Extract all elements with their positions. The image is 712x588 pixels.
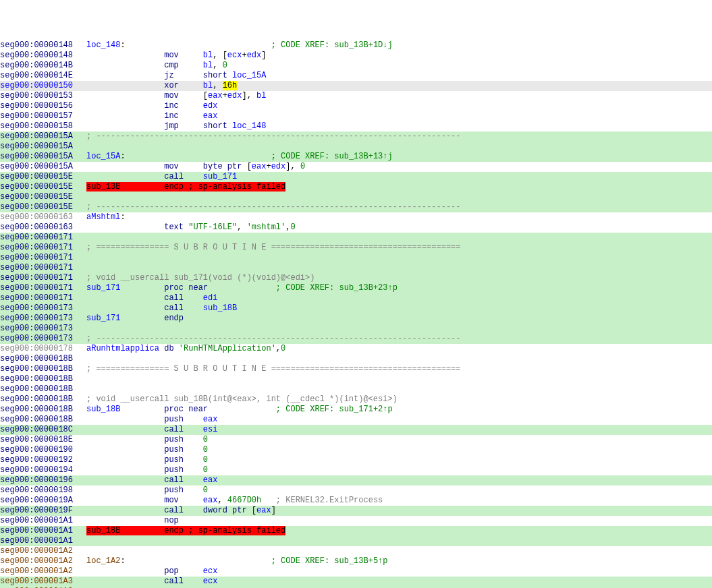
instruction-content: loc_1A2: ; CODE XREF: sub_13B+5↑p	[86, 556, 712, 566]
code-token: +	[242, 51, 246, 60]
code-token	[86, 71, 164, 80]
disassembly-line[interactable]: seg000:000001A1	[0, 536, 712, 546]
disassembly-line[interactable]: seg000:0000018B ; void __usercall sub_18…	[0, 394, 712, 405]
disassembly-line[interactable]: seg000:0000018B	[0, 374, 712, 384]
code-token: eax	[203, 496, 218, 505]
disassembly-line[interactable]: seg000:00000148 mov bl, [ecx+edx]	[0, 51, 712, 61]
disassembly-line[interactable]: seg000:00000171	[0, 263, 712, 273]
code-token	[86, 101, 164, 111]
disassembly-line[interactable]: seg000:0000014B cmp bl, 0	[0, 61, 712, 71]
code-token: proc near	[164, 283, 276, 293]
disassembly-line[interactable]: seg000:00000178 aRunhtmlapplica db 'RunH…	[0, 344, 712, 354]
disassembly-line[interactable]: seg000:0000015E sub_13B endp ; sp-analys…	[0, 182, 712, 192]
disassembly-line[interactable]: seg000:00000171 call edi	[0, 293, 712, 303]
disassembly-line[interactable]: seg000:00000171	[0, 233, 712, 243]
disassembly-line[interactable]: seg000:000001A2 loc_1A2: ; CODE XREF: su…	[0, 556, 712, 566]
address-column: seg000:0000018B	[0, 394, 86, 405]
code-token: 0	[300, 162, 305, 171]
code-token: :	[120, 556, 271, 566]
address-column: seg000:0000014E	[0, 71, 86, 81]
disassembly-line[interactable]: seg000:00000173	[0, 324, 712, 334]
disassembly-line[interactable]: seg000:00000163 text "UTF-16LE", 'mshtml…	[0, 223, 712, 233]
code-token: ,	[217, 496, 227, 505]
address-column: seg000:0000019A	[0, 496, 86, 506]
disassembly-line[interactable]: seg000:00000171 sub_171 proc near ; CODE…	[0, 283, 712, 293]
code-token: call	[164, 475, 203, 485]
code-token: call	[164, 425, 203, 434]
address-column: seg000:000001A1	[0, 536, 86, 546]
disassembly-line[interactable]: seg000:00000198 push 0	[0, 486, 712, 496]
disassembly-line[interactable]: seg000:0000015A	[0, 142, 712, 152]
disassembly-line[interactable]: seg000:00000150 xor bl, 16h	[0, 81, 712, 91]
disassembly-line[interactable]: seg000:00000171	[0, 253, 712, 263]
disassembly-line[interactable]: seg000:00000190 push 0	[0, 445, 712, 455]
disassembly-line[interactable]: seg000:000001A2 pop ecx	[0, 566, 712, 577]
disassembly-line[interactable]: seg000:00000171 ; =============== S U B …	[0, 243, 712, 253]
instruction-content: call dword ptr [eax]	[86, 506, 712, 516]
code-token: ; CODE XREF: sub_13B+1D↓j	[271, 40, 393, 50]
disassembly-line[interactable]: seg000:0000018E push 0	[0, 435, 712, 445]
code-token: call	[164, 293, 203, 303]
instruction-content: call ecx	[86, 577, 712, 587]
disassembly-line[interactable]: seg000:0000018B	[0, 384, 712, 394]
code-token: 0	[203, 445, 208, 454]
disassembly-line[interactable]: seg000:00000194 push 0	[0, 465, 712, 475]
code-token: 0	[203, 465, 208, 475]
disassembly-line[interactable]: seg000:00000173 ; ----------------------…	[0, 334, 712, 344]
disassembly-line[interactable]: seg000:00000173 call sub_18B	[0, 303, 712, 314]
instruction-content: inc edx	[86, 101, 712, 111]
disassembly-line[interactable]: seg000:0000018B push eax	[0, 415, 712, 425]
address-column: seg000:00000148	[0, 51, 86, 61]
disassembly-line[interactable]: seg000:0000015E ; ----------------------…	[0, 202, 712, 212]
disassembly-line[interactable]: seg000:0000015E	[0, 192, 712, 202]
disassembly-line[interactable]: seg000:0000015A loc_15A: ; CODE XREF: su…	[0, 152, 712, 162]
code-token: loc_1A2	[86, 556, 120, 566]
disassembly-line[interactable]: seg000:00000192 push 0	[0, 455, 712, 465]
code-token	[86, 293, 164, 303]
address-column: seg000:000001A2	[0, 566, 86, 577]
disassembly-line[interactable]: seg000:00000163 aMshtml:	[0, 212, 712, 223]
disassembly-line[interactable]: seg000:0000018B ; =============== S U B …	[0, 364, 712, 374]
disassembly-line[interactable]: seg000:000001A3 call ecx	[0, 577, 712, 587]
instruction-content: jmp short loc_148	[86, 121, 712, 131]
disassembly-line[interactable]: seg000:00000196 call eax	[0, 475, 712, 486]
disassembly-line[interactable]: seg000:00000173 sub_171 endp	[0, 314, 712, 324]
disassembly-line[interactable]: seg000:00000156 inc edx	[0, 101, 712, 111]
disassembly-line[interactable]: seg000:0000018B	[0, 354, 712, 364]
code-token: loc_148	[232, 121, 266, 131]
code-token: call dword ptr	[164, 506, 252, 515]
address-column: seg000:00000171	[0, 263, 86, 273]
disassembly-line[interactable]: seg000:000001A1 sub_18B endp ; sp-analys…	[0, 526, 712, 536]
address-column: seg000:00000163	[0, 223, 86, 233]
code-token: ; --------------------------------------…	[86, 202, 461, 212]
address-column: seg000:00000190	[0, 445, 86, 455]
code-token: 0	[203, 486, 208, 495]
instruction-content: sub_18B proc near ; CODE XREF: sub_171+2…	[86, 405, 712, 415]
disassembly-line[interactable]: seg000:0000015E call sub_171	[0, 172, 712, 182]
address-column: seg000:0000015A	[0, 152, 86, 162]
disassembly-line[interactable]: seg000:00000148 loc_148: ; CODE XREF: su…	[0, 40, 712, 51]
code-token: aRunhtmlapplica	[86, 344, 164, 353]
code-token: +	[223, 91, 227, 100]
disassembly-line[interactable]: seg000:0000014E jz short loc_15A	[0, 71, 712, 81]
code-token: jz short	[164, 71, 232, 80]
disassembly-line[interactable]: seg000:000001A1 nop	[0, 516, 712, 526]
disassembly-line[interactable]: seg000:0000019F call dword ptr [eax]	[0, 506, 712, 516]
disassembly-line[interactable]: seg000:000001A2	[0, 546, 712, 556]
code-token	[86, 566, 164, 576]
disassembly-view[interactable]: seg000:00000148 loc_148: ; CODE XREF: su…	[0, 40, 712, 588]
code-token: ; --------------------------------------…	[86, 334, 461, 343]
disassembly-line[interactable]: seg000:00000153 mov [eax+edx], bl	[0, 91, 712, 101]
disassembly-line[interactable]: seg000:00000158 jmp short loc_148	[0, 121, 712, 131]
disassembly-line[interactable]: seg000:00000157 inc eax	[0, 111, 712, 121]
instruction-content: ; --------------------------------------…	[86, 334, 712, 344]
code-token	[86, 223, 164, 232]
disassembly-line[interactable]: seg000:0000015A mov byte ptr [eax+edx], …	[0, 162, 712, 172]
disassembly-line[interactable]: seg000:0000018B sub_18B proc near ; CODE…	[0, 405, 712, 415]
disassembly-line[interactable]: seg000:0000019A mov eax, 4667D0h ; KERNE…	[0, 496, 712, 506]
disassembly-line[interactable]: seg000:0000015A ; ----------------------…	[0, 131, 712, 142]
code-token: 16h	[223, 81, 238, 90]
code-token: ; void __usercall sub_18B(int@<eax>, int…	[86, 394, 398, 404]
disassembly-line[interactable]: seg000:00000171 ; void __usercall sub_17…	[0, 273, 712, 283]
disassembly-line[interactable]: seg000:0000018C call esi	[0, 425, 712, 435]
